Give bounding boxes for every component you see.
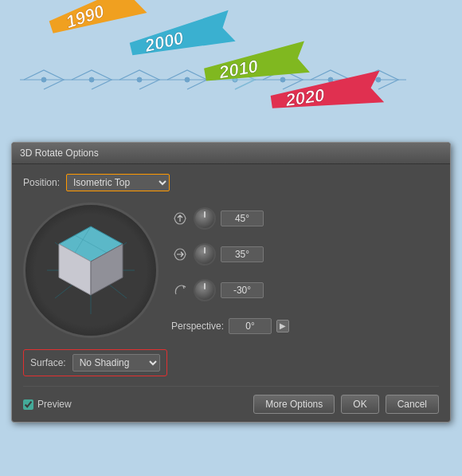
angle3-row: -30°: [171, 279, 439, 301]
rotation-controls: 45° 35° -30°: [171, 203, 439, 338]
angle2-row: 35°: [171, 243, 439, 266]
dialog-title: 3D Rotate Options: [12, 143, 450, 164]
angle2-input[interactable]: 35°: [221, 246, 264, 262]
angle1-dial[interactable]: [194, 207, 216, 230]
surface-select[interactable]: No Shading Diffuse Shading Plastic Shadi…: [72, 354, 160, 372]
position-row: Position: Isometric Top Isometric Left I…: [23, 174, 439, 191]
rotate-x-icon: [171, 210, 189, 227]
cube-svg: [39, 218, 143, 322]
svg-point-23: [328, 77, 333, 82]
angle3-dial[interactable]: [194, 279, 216, 301]
angle1-input[interactable]: 45°: [221, 210, 264, 226]
dialog-3d-rotate: 3D Rotate Options Position: Isometric To…: [11, 142, 451, 423]
angle2-dial[interactable]: [194, 243, 216, 266]
svg-point-24: [376, 77, 381, 82]
surface-label: Surface:: [30, 357, 66, 368]
svg-point-22: [280, 77, 285, 82]
preview-label: Preview: [37, 399, 72, 410]
cube-viewer: [23, 203, 159, 338]
svg-text:2020: 2020: [284, 85, 327, 110]
angle3-input[interactable]: -30°: [221, 282, 264, 298]
svg-point-17: [41, 77, 46, 82]
perspective-arrow-btn[interactable]: ▶: [276, 320, 289, 332]
main-content-row: 45° 35° -30°: [23, 203, 439, 338]
svg-point-20: [185, 77, 190, 82]
svg-text:1990: 1990: [63, 1, 107, 32]
cancel-button[interactable]: Cancel: [386, 395, 439, 414]
svg-point-18: [89, 77, 94, 82]
position-label: Position:: [23, 177, 60, 188]
perspective-input[interactable]: 0°: [229, 318, 272, 334]
illustration-area: 1990 2000 2010 2020: [0, 0, 462, 148]
more-options-button[interactable]: More Options: [253, 395, 335, 414]
surface-row: Surface: No Shading Diffuse Shading Plas…: [23, 349, 167, 376]
rotate-y-icon: [171, 246, 189, 263]
svg-text:2000: 2000: [142, 28, 186, 57]
perspective-label: Perspective:: [171, 321, 224, 332]
rotate-z-icon: [171, 281, 189, 299]
preview-checkbox[interactable]: [23, 399, 33, 410]
angle1-row: 45°: [171, 207, 439, 230]
svg-point-19: [137, 77, 142, 82]
bottom-row: Preview More Options OK Cancel: [23, 386, 439, 414]
ok-button[interactable]: OK: [341, 395, 378, 414]
preview-checkbox-label[interactable]: Preview: [23, 399, 247, 410]
timeline-svg: 1990 2000 2010 2020: [0, 0, 462, 148]
position-select[interactable]: Isometric Top Isometric Left Isometric R…: [66, 174, 170, 191]
perspective-row: Perspective: 0° ▶: [171, 318, 439, 334]
